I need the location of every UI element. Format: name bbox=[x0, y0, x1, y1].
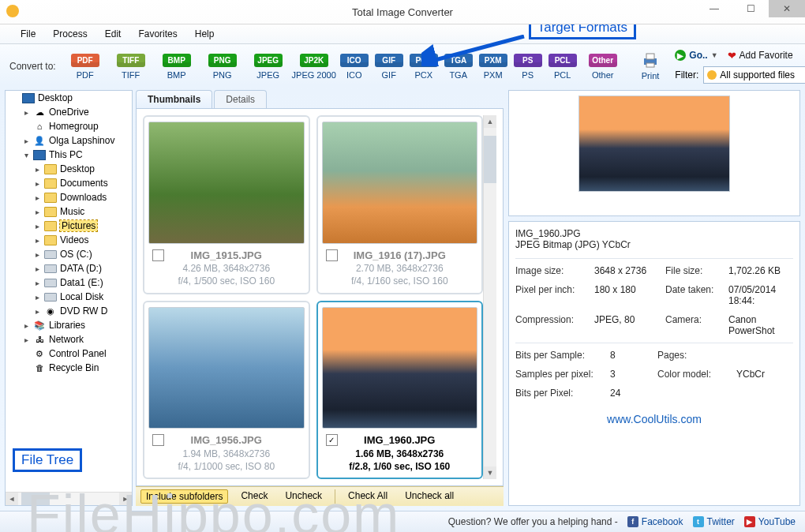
tree-item[interactable]: ⚙Control Panel bbox=[6, 347, 132, 361]
menu-file[interactable]: File bbox=[13, 26, 43, 42]
expand-icon[interactable]: ▸ bbox=[34, 307, 41, 316]
tree-item[interactable]: ▾This PC bbox=[6, 148, 132, 162]
app-window: Target Formats Preview File Tree FileHip… bbox=[0, 0, 805, 532]
tree-item[interactable]: ▸Pictures bbox=[6, 219, 132, 233]
tree-label: OneDrive bbox=[49, 107, 89, 118]
tree-item[interactable]: ▸📚Libraries bbox=[6, 318, 132, 332]
filter-select[interactable]: All supported files ▼ bbox=[703, 66, 805, 84]
format-png[interactable]: PNGPNG bbox=[200, 54, 245, 80]
tree-item[interactable]: Desktop bbox=[6, 91, 132, 105]
add-favorite-button[interactable]: ❤ Add Favorite bbox=[728, 50, 793, 62]
go-button[interactable]: ▶ Go.. ▼ bbox=[675, 50, 717, 61]
tree-item[interactable]: ▸Local Disk bbox=[6, 290, 132, 304]
scroll-up-icon[interactable]: ▲ bbox=[484, 115, 496, 128]
scroll-right-icon[interactable]: ► bbox=[119, 493, 132, 505]
tree-item[interactable]: ▸Data1 (E:) bbox=[6, 275, 132, 290]
tree-label: Control Panel bbox=[49, 348, 107, 359]
scroll-down-icon[interactable]: ▼ bbox=[484, 466, 496, 479]
expand-icon[interactable]: ▸ bbox=[34, 293, 41, 302]
tab-thumbnails[interactable]: Thumbnails bbox=[136, 90, 212, 108]
format-ico[interactable]: ICOICO bbox=[337, 54, 372, 80]
thumbnail-checkbox[interactable] bbox=[152, 434, 164, 446]
expand-icon[interactable]: ▸ bbox=[34, 264, 41, 273]
tree-list[interactable]: Desktop▸☁OneDrive⌂Homegroup▸👤Olga Lapshi… bbox=[6, 91, 132, 492]
youtube-link[interactable]: ▶YouTube bbox=[744, 516, 796, 527]
expand-icon[interactable]: ▸ bbox=[34, 208, 41, 216]
thumbnail-card[interactable]: IMG_1916 (17).JPG2.70 MB, 3648x2736f/4, … bbox=[316, 115, 484, 294]
expand-icon[interactable]: ▸ bbox=[23, 137, 30, 145]
tree-item[interactable]: 🗑Recycle Bin bbox=[6, 361, 132, 375]
thumbnail-card[interactable]: IMG_1915.JPG4.26 MB, 3648x2736f/4, 1/500… bbox=[143, 115, 310, 294]
scroll-left-icon[interactable]: ◄ bbox=[6, 493, 18, 505]
include-subfolders-toggle[interactable]: Include subfolders bbox=[140, 489, 228, 504]
coolutils-link[interactable]: www.CoolUtils.com bbox=[515, 413, 793, 425]
tree-label: Music bbox=[60, 206, 84, 217]
tab-details[interactable]: Details bbox=[214, 90, 267, 108]
thumbnail-checkbox[interactable] bbox=[152, 249, 164, 261]
printer-icon bbox=[642, 52, 659, 68]
tree-icon: 📚 bbox=[33, 320, 46, 331]
print-button[interactable]: Print bbox=[642, 52, 660, 81]
tree-item[interactable]: ▸Desktop bbox=[6, 162, 132, 176]
tree-item[interactable]: ▸DATA (D:) bbox=[6, 261, 132, 275]
thumbnails-vscroll[interactable]: ▲ ▼ bbox=[483, 115, 496, 479]
uncheck-all-button[interactable]: Uncheck all bbox=[400, 489, 459, 504]
format-ps[interactable]: PSPS bbox=[511, 54, 545, 80]
tree-item[interactable]: ▸Documents bbox=[6, 176, 132, 190]
expand-icon[interactable]: ▸ bbox=[34, 165, 41, 174]
format-jpeg[interactable]: JPEGJPEG bbox=[245, 54, 291, 80]
expand-icon[interactable]: ▸ bbox=[34, 222, 41, 230]
format-pdf[interactable]: PDFPDF bbox=[62, 54, 108, 80]
maximize-button[interactable]: ☐ bbox=[732, 0, 769, 17]
format-pcx[interactable]: PCXPCX bbox=[406, 54, 441, 80]
expand-icon[interactable]: ▸ bbox=[34, 250, 41, 259]
tree-item[interactable]: ▸👤Olga Lapshinov bbox=[6, 133, 132, 148]
check-all-button[interactable]: Check All bbox=[343, 489, 392, 504]
thumbnail-card[interactable]: ✓IMG_1960.JPG1.66 MB, 3648x2736f/2.8, 1/… bbox=[316, 301, 484, 480]
format-tga[interactable]: TGATGA bbox=[441, 54, 476, 80]
scroll-thumb[interactable] bbox=[21, 493, 50, 505]
expand-icon[interactable]: ▸ bbox=[23, 108, 30, 117]
format-pxm[interactable]: PXMPXM bbox=[476, 54, 511, 80]
expand-icon[interactable]: ▸ bbox=[23, 335, 30, 344]
menu-favorites[interactable]: Favorites bbox=[130, 26, 185, 42]
thumbnail-checkbox[interactable] bbox=[326, 249, 338, 261]
check-button[interactable]: Check bbox=[236, 489, 272, 504]
minimize-button[interactable]: — bbox=[696, 0, 732, 17]
info-value bbox=[736, 388, 793, 399]
thumbnail-checkbox[interactable]: ✓ bbox=[326, 434, 338, 446]
thumbnail-card[interactable]: IMG_1956.JPG1.94 MB, 3648x2736f/4, 1/100… bbox=[143, 301, 310, 480]
tree-item[interactable]: ▸☁OneDrive bbox=[6, 105, 132, 119]
expand-icon[interactable]: ▸ bbox=[34, 193, 41, 202]
tree-icon bbox=[44, 178, 57, 189]
convert-toolbar: Convert to: PDFPDFTIFFTIFFBMPBMPPNGPNGJP… bbox=[0, 44, 805, 85]
tree-item[interactable]: ⌂Homegroup bbox=[6, 119, 132, 133]
menu-process[interactable]: Process bbox=[45, 26, 95, 42]
uncheck-button[interactable]: Uncheck bbox=[280, 489, 327, 504]
expand-icon[interactable]: ▸ bbox=[34, 236, 41, 245]
scroll-thumb[interactable] bbox=[484, 136, 496, 183]
tree-item[interactable]: ▸Videos bbox=[6, 233, 132, 247]
format-pcl[interactable]: PCLPCL bbox=[545, 54, 580, 80]
menu-edit[interactable]: Edit bbox=[97, 26, 129, 42]
expand-icon[interactable]: ▸ bbox=[34, 179, 41, 188]
format-tiff[interactable]: TIFFTIFF bbox=[108, 54, 154, 80]
tree-hscroll[interactable]: ◄ ► bbox=[6, 492, 132, 505]
preview-panel bbox=[508, 90, 800, 216]
tree-item[interactable]: ▸Downloads bbox=[6, 190, 132, 204]
expand-icon[interactable]: ▾ bbox=[23, 151, 30, 159]
tree-item[interactable]: ▸Music bbox=[6, 204, 132, 219]
menu-help[interactable]: Help bbox=[187, 26, 223, 42]
expand-icon[interactable]: ▸ bbox=[34, 279, 41, 287]
expand-icon[interactable]: ▸ bbox=[23, 321, 30, 330]
format-other[interactable]: OtherOther bbox=[580, 54, 626, 80]
twitter-link[interactable]: tTwitter bbox=[693, 516, 735, 527]
format-jpeg2000[interactable]: JP2KJPEG 2000 bbox=[291, 54, 337, 80]
close-button[interactable]: ✕ bbox=[769, 0, 805, 17]
tree-item[interactable]: ▸OS (C:) bbox=[6, 247, 132, 261]
format-bmp[interactable]: BMPBMP bbox=[154, 54, 200, 80]
tree-item[interactable]: ▸🖧Network bbox=[6, 332, 132, 347]
facebook-link[interactable]: fFacebook bbox=[627, 516, 683, 527]
format-gif[interactable]: GIFGIF bbox=[372, 54, 406, 80]
tree-item[interactable]: ▸◉DVD RW D bbox=[6, 304, 132, 318]
